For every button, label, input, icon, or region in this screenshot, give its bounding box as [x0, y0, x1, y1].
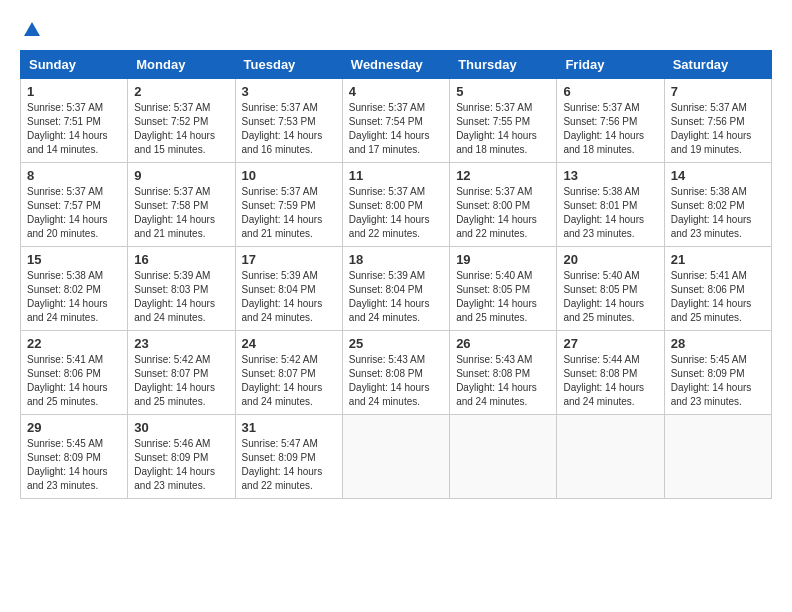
day-info: Sunrise: 5:45 AM Sunset: 8:09 PM Dayligh…: [27, 437, 121, 493]
day-number: 7: [671, 84, 765, 99]
day-number: 23: [134, 336, 228, 351]
calendar-cell: 31Sunrise: 5:47 AM Sunset: 8:09 PM Dayli…: [235, 415, 342, 499]
day-number: 1: [27, 84, 121, 99]
calendar-cell: 30Sunrise: 5:46 AM Sunset: 8:09 PM Dayli…: [128, 415, 235, 499]
calendar-week-1: 1Sunrise: 5:37 AM Sunset: 7:51 PM Daylig…: [21, 79, 772, 163]
day-number: 5: [456, 84, 550, 99]
day-number: 11: [349, 168, 443, 183]
day-number: 12: [456, 168, 550, 183]
calendar-cell: 15Sunrise: 5:38 AM Sunset: 8:02 PM Dayli…: [21, 247, 128, 331]
header-sunday: Sunday: [21, 51, 128, 79]
day-number: 29: [27, 420, 121, 435]
calendar-cell: 13Sunrise: 5:38 AM Sunset: 8:01 PM Dayli…: [557, 163, 664, 247]
calendar-cell: 16Sunrise: 5:39 AM Sunset: 8:03 PM Dayli…: [128, 247, 235, 331]
logo: [20, 20, 42, 40]
day-info: Sunrise: 5:46 AM Sunset: 8:09 PM Dayligh…: [134, 437, 228, 493]
logo-icon: [22, 20, 42, 40]
day-number: 24: [242, 336, 336, 351]
day-info: Sunrise: 5:37 AM Sunset: 8:00 PM Dayligh…: [456, 185, 550, 241]
header-wednesday: Wednesday: [342, 51, 449, 79]
day-info: Sunrise: 5:41 AM Sunset: 8:06 PM Dayligh…: [671, 269, 765, 325]
day-number: 25: [349, 336, 443, 351]
calendar-cell: 4Sunrise: 5:37 AM Sunset: 7:54 PM Daylig…: [342, 79, 449, 163]
day-info: Sunrise: 5:38 AM Sunset: 8:01 PM Dayligh…: [563, 185, 657, 241]
day-number: 2: [134, 84, 228, 99]
day-number: 17: [242, 252, 336, 267]
calendar-cell: 17Sunrise: 5:39 AM Sunset: 8:04 PM Dayli…: [235, 247, 342, 331]
calendar-cell: 25Sunrise: 5:43 AM Sunset: 8:08 PM Dayli…: [342, 331, 449, 415]
day-number: 20: [563, 252, 657, 267]
day-info: Sunrise: 5:37 AM Sunset: 7:52 PM Dayligh…: [134, 101, 228, 157]
day-number: 6: [563, 84, 657, 99]
day-info: Sunrise: 5:39 AM Sunset: 8:03 PM Dayligh…: [134, 269, 228, 325]
day-info: Sunrise: 5:37 AM Sunset: 7:53 PM Dayligh…: [242, 101, 336, 157]
calendar-cell: 18Sunrise: 5:39 AM Sunset: 8:04 PM Dayli…: [342, 247, 449, 331]
calendar-cell: 27Sunrise: 5:44 AM Sunset: 8:08 PM Dayli…: [557, 331, 664, 415]
calendar-cell: 23Sunrise: 5:42 AM Sunset: 8:07 PM Dayli…: [128, 331, 235, 415]
day-info: Sunrise: 5:37 AM Sunset: 7:54 PM Dayligh…: [349, 101, 443, 157]
day-info: Sunrise: 5:45 AM Sunset: 8:09 PM Dayligh…: [671, 353, 765, 409]
calendar-cell: 12Sunrise: 5:37 AM Sunset: 8:00 PM Dayli…: [450, 163, 557, 247]
calendar-cell: 19Sunrise: 5:40 AM Sunset: 8:05 PM Dayli…: [450, 247, 557, 331]
day-info: Sunrise: 5:43 AM Sunset: 8:08 PM Dayligh…: [349, 353, 443, 409]
header-tuesday: Tuesday: [235, 51, 342, 79]
calendar-cell: 20Sunrise: 5:40 AM Sunset: 8:05 PM Dayli…: [557, 247, 664, 331]
svg-marker-0: [24, 22, 40, 36]
day-info: Sunrise: 5:47 AM Sunset: 8:09 PM Dayligh…: [242, 437, 336, 493]
day-info: Sunrise: 5:39 AM Sunset: 8:04 PM Dayligh…: [242, 269, 336, 325]
day-number: 18: [349, 252, 443, 267]
calendar-cell: 28Sunrise: 5:45 AM Sunset: 8:09 PM Dayli…: [664, 331, 771, 415]
day-info: Sunrise: 5:42 AM Sunset: 8:07 PM Dayligh…: [134, 353, 228, 409]
day-info: Sunrise: 5:37 AM Sunset: 7:57 PM Dayligh…: [27, 185, 121, 241]
day-number: 13: [563, 168, 657, 183]
day-info: Sunrise: 5:37 AM Sunset: 7:51 PM Dayligh…: [27, 101, 121, 157]
calendar-cell: 11Sunrise: 5:37 AM Sunset: 8:00 PM Dayli…: [342, 163, 449, 247]
calendar-cell: [342, 415, 449, 499]
day-number: 28: [671, 336, 765, 351]
calendar-header-row: SundayMondayTuesdayWednesdayThursdayFrid…: [21, 51, 772, 79]
calendar-cell: 24Sunrise: 5:42 AM Sunset: 8:07 PM Dayli…: [235, 331, 342, 415]
calendar-cell: 14Sunrise: 5:38 AM Sunset: 8:02 PM Dayli…: [664, 163, 771, 247]
day-number: 8: [27, 168, 121, 183]
day-info: Sunrise: 5:43 AM Sunset: 8:08 PM Dayligh…: [456, 353, 550, 409]
day-number: 31: [242, 420, 336, 435]
header-monday: Monday: [128, 51, 235, 79]
day-number: 4: [349, 84, 443, 99]
calendar-cell: 2Sunrise: 5:37 AM Sunset: 7:52 PM Daylig…: [128, 79, 235, 163]
calendar: SundayMondayTuesdayWednesdayThursdayFrid…: [20, 50, 772, 499]
calendar-cell: [450, 415, 557, 499]
calendar-cell: 10Sunrise: 5:37 AM Sunset: 7:59 PM Dayli…: [235, 163, 342, 247]
day-info: Sunrise: 5:37 AM Sunset: 7:55 PM Dayligh…: [456, 101, 550, 157]
calendar-cell: 5Sunrise: 5:37 AM Sunset: 7:55 PM Daylig…: [450, 79, 557, 163]
day-number: 9: [134, 168, 228, 183]
day-number: 3: [242, 84, 336, 99]
day-number: 19: [456, 252, 550, 267]
day-info: Sunrise: 5:37 AM Sunset: 7:56 PM Dayligh…: [563, 101, 657, 157]
day-info: Sunrise: 5:37 AM Sunset: 8:00 PM Dayligh…: [349, 185, 443, 241]
calendar-week-3: 15Sunrise: 5:38 AM Sunset: 8:02 PM Dayli…: [21, 247, 772, 331]
day-number: 22: [27, 336, 121, 351]
calendar-cell: [664, 415, 771, 499]
day-info: Sunrise: 5:40 AM Sunset: 8:05 PM Dayligh…: [456, 269, 550, 325]
calendar-cell: 3Sunrise: 5:37 AM Sunset: 7:53 PM Daylig…: [235, 79, 342, 163]
day-info: Sunrise: 5:39 AM Sunset: 8:04 PM Dayligh…: [349, 269, 443, 325]
day-number: 14: [671, 168, 765, 183]
day-info: Sunrise: 5:41 AM Sunset: 8:06 PM Dayligh…: [27, 353, 121, 409]
calendar-week-4: 22Sunrise: 5:41 AM Sunset: 8:06 PM Dayli…: [21, 331, 772, 415]
day-number: 26: [456, 336, 550, 351]
day-number: 21: [671, 252, 765, 267]
calendar-cell: 26Sunrise: 5:43 AM Sunset: 8:08 PM Dayli…: [450, 331, 557, 415]
calendar-cell: [557, 415, 664, 499]
day-info: Sunrise: 5:38 AM Sunset: 8:02 PM Dayligh…: [27, 269, 121, 325]
calendar-cell: 22Sunrise: 5:41 AM Sunset: 8:06 PM Dayli…: [21, 331, 128, 415]
header-saturday: Saturday: [664, 51, 771, 79]
day-info: Sunrise: 5:42 AM Sunset: 8:07 PM Dayligh…: [242, 353, 336, 409]
calendar-cell: 21Sunrise: 5:41 AM Sunset: 8:06 PM Dayli…: [664, 247, 771, 331]
header-friday: Friday: [557, 51, 664, 79]
calendar-cell: 29Sunrise: 5:45 AM Sunset: 8:09 PM Dayli…: [21, 415, 128, 499]
day-info: Sunrise: 5:40 AM Sunset: 8:05 PM Dayligh…: [563, 269, 657, 325]
page-header: [20, 20, 772, 40]
calendar-cell: 8Sunrise: 5:37 AM Sunset: 7:57 PM Daylig…: [21, 163, 128, 247]
day-number: 30: [134, 420, 228, 435]
day-info: Sunrise: 5:38 AM Sunset: 8:02 PM Dayligh…: [671, 185, 765, 241]
